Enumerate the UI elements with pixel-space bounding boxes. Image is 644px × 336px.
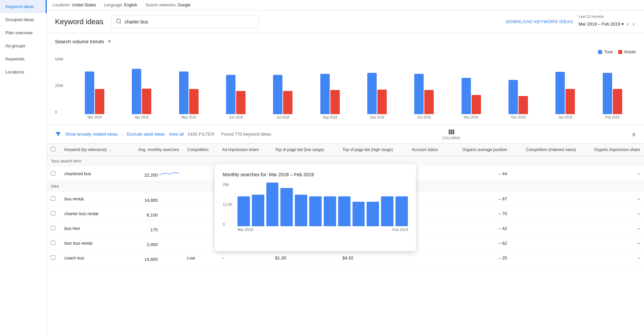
row-checkbox[interactable] — [51, 171, 55, 176]
th-keyword[interactable]: Keyword (by relevance) ↓ — [60, 144, 125, 156]
add-filter-button[interactable]: ADD FILTER — [188, 132, 215, 137]
columns-button[interactable]: COLUMNS — [442, 128, 461, 140]
th-checkbox[interactable] — [47, 144, 60, 156]
bar-total — [132, 69, 141, 114]
bar-group — [508, 80, 528, 114]
sidebar-item-keyword-ideas[interactable]: Keyword ideas — [0, 0, 47, 13]
bar-mobile — [377, 90, 387, 114]
columns-label: COLUMNS — [442, 136, 461, 140]
row-checkbox[interactable] — [51, 226, 55, 230]
sidebar: Keyword ideas Grouped ideas Plan overvie… — [0, 0, 47, 336]
main-area: Locations: United States Language: Engli… — [47, 0, 644, 336]
bar-month-label: Jun 2018 — [212, 115, 259, 119]
view-all-link[interactable]: View all — [169, 132, 184, 137]
bar-month-label: Feb 2019 — [589, 115, 636, 119]
th-top-bid-high[interactable]: Top of page bid (high range) — [338, 144, 408, 156]
bar-mobile — [283, 91, 292, 114]
locations-label: Locations: United States — [52, 3, 96, 7]
row-checkbox-cell[interactable] — [47, 206, 60, 221]
bars-area — [71, 57, 636, 114]
th-organic-avg[interactable]: Organic average position — [448, 144, 511, 156]
collapse-button[interactable]: ∧ — [632, 131, 636, 138]
columns-icon — [448, 128, 455, 136]
bar-total — [179, 71, 189, 114]
filter-icon-btn[interactable] — [55, 131, 61, 137]
avg-monthly-cell: 14,800 — [125, 251, 183, 266]
th-organic-impression[interactable]: Organic impression share — [580, 144, 644, 156]
legend-mobile-color — [618, 50, 622, 54]
networks-label: Search networks: Google — [146, 3, 191, 7]
bar-group — [179, 71, 199, 114]
date-range-container: Last 12 months Mar 2018 – Feb 2019 ▾ ‹ › — [579, 14, 636, 29]
row-checkbox[interactable] — [51, 241, 55, 245]
sidebar-item-grouped-ideas[interactable]: Grouped ideas — [0, 13, 47, 26]
organic-avg-cell: – 62 — [448, 236, 511, 251]
svg-line-1 — [120, 22, 121, 23]
filter-row: Show broadly related ideas ; Exclude adu… — [47, 125, 644, 144]
row-checkbox-cell[interactable] — [47, 236, 60, 251]
competition-indexed-cell — [511, 166, 580, 181]
competition-indexed-cell — [511, 192, 580, 206]
th-competition[interactable]: Competition — [183, 144, 218, 156]
row-checkbox[interactable] — [51, 196, 55, 201]
bar-mobile — [566, 89, 575, 114]
bar-month-label: Aug 2018 — [307, 115, 354, 119]
table-wrap: Keyword (by relevance) ↓ Avg. monthly se… — [47, 144, 644, 266]
bar-month-label: Jul 2018 — [259, 115, 306, 119]
bar-month-label: Apr 2018 — [118, 115, 165, 119]
top-bid-high-cell: $4.92 — [338, 251, 408, 266]
mini-bar — [252, 195, 264, 226]
select-all-checkbox[interactable] — [51, 147, 55, 151]
row-checkbox-cell[interactable] — [47, 166, 60, 181]
avg-monthly-cell: 170 — [125, 221, 183, 236]
sidebar-item-locations[interactable]: Locations — [0, 65, 47, 79]
row-checkbox-cell[interactable] — [47, 251, 60, 266]
top-bid-low-cell: $1.30 — [271, 251, 338, 266]
search-input[interactable] — [124, 19, 255, 25]
th-competition-indexed[interactable]: Competition (indexed value) — [511, 144, 580, 156]
th-ad-impression[interactable]: Ad impression share — [218, 144, 271, 156]
avg-monthly-cell: 14,800 — [125, 192, 183, 206]
chart-title[interactable]: Search volume trends — [55, 39, 636, 44]
keyword-cell: chartered bus — [60, 166, 125, 181]
row-checkbox[interactable] — [51, 255, 55, 260]
bar-month-label: Sep 2018 — [354, 115, 400, 119]
row-checkbox[interactable] — [51, 211, 55, 215]
locations-value: United States — [72, 3, 96, 7]
tooltip-title: Monthly searches for: Mar 2018 – Feb 201… — [223, 172, 408, 177]
top-bar: Locations: United States Language: Engli… — [47, 0, 644, 10]
bar-month-label: Oct 2018 — [400, 115, 447, 119]
mini-bar — [353, 202, 365, 226]
header-right: DOWNLOAD KEYWORD IDEAS Last 12 months Ma… — [506, 14, 636, 29]
sidebar-item-plan-overview[interactable]: Plan overview — [0, 26, 47, 39]
sidebar-item-ad-groups[interactable]: Ad groups — [0, 39, 47, 52]
th-avg-monthly[interactable]: Avg. monthly searches — [125, 144, 183, 156]
th-account-status[interactable]: Account status — [408, 144, 448, 156]
bar-month-label: May 2018 — [165, 115, 212, 119]
organic-impression-cell: – — [580, 206, 644, 221]
organic-impression-cell: – — [580, 221, 644, 236]
svg-point-0 — [117, 19, 121, 23]
competition-cell — [183, 206, 218, 221]
row-checkbox-cell[interactable] — [47, 221, 60, 236]
organic-avg-cell: – 70 — [448, 206, 511, 221]
competition-cell — [183, 166, 218, 181]
bar-total — [367, 73, 377, 114]
show-related-link[interactable]: Show broadly related ideas — [65, 132, 118, 137]
row-checkbox-cell[interactable] — [47, 192, 60, 206]
table-row: coach bus 14,800 Low – $1.30 $4.92 – 25 … — [47, 251, 644, 266]
search-box[interactable] — [111, 15, 259, 28]
date-next-button[interactable]: › — [631, 19, 636, 29]
date-prev-button[interactable]: ‹ — [625, 19, 630, 29]
svg-rect-4 — [452, 130, 454, 135]
mini-bar — [237, 196, 250, 226]
sidebar-item-keywords[interactable]: Keywords — [0, 52, 47, 65]
bar-total — [273, 75, 282, 114]
organic-impression-cell: – — [580, 166, 644, 181]
exclude-adult-link[interactable]: Exclude adult ideas — [127, 132, 165, 137]
download-button[interactable]: DOWNLOAD KEYWORD IDEAS — [506, 19, 573, 24]
chevron-down-icon[interactable]: ▾ — [622, 21, 624, 27]
th-top-bid-low[interactable]: Top of page bid (low range) — [271, 144, 338, 156]
competition-cell: Low — [183, 251, 218, 266]
content-area: Keyword ideas DOWNLOAD KEYWORD IDEAS Las… — [47, 10, 644, 336]
